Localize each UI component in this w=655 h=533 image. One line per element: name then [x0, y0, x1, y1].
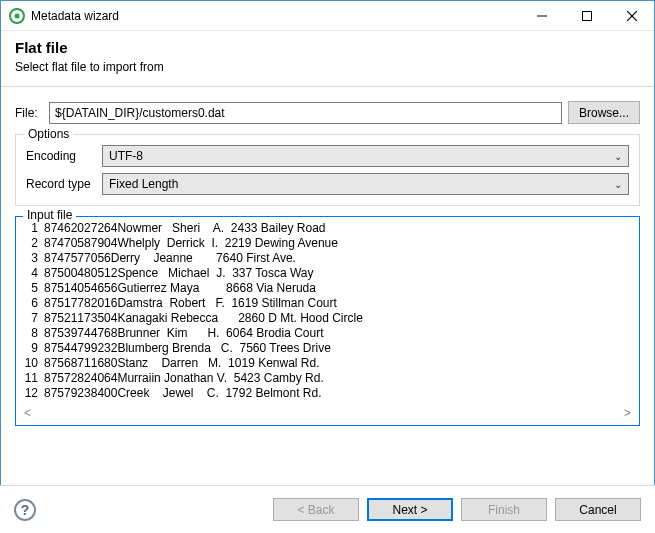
- file-preview: 187462027264Nowmer Sheri A. 2433 Bailey …: [15, 216, 640, 426]
- finish-button[interactable]: Finish: [461, 498, 547, 521]
- line-text: 8747577056Derry Jeanne 7640 First Ave.: [44, 251, 296, 266]
- app-icon: [9, 8, 25, 24]
- wizard-header: Flat file Select flat file to import fro…: [1, 31, 654, 87]
- recordtype-select[interactable]: Fixed Length ⌄: [102, 173, 629, 195]
- horizontal-scrollbar[interactable]: < >: [22, 404, 633, 421]
- page-title: Flat file: [15, 39, 640, 56]
- content-area: File: Browse... Options Encoding UTF-8 ⌄…: [1, 87, 654, 426]
- file-row: File: Browse...: [15, 101, 640, 124]
- preview-line: 1087568711680Stanz Darren M. 1019 Kenwal…: [22, 356, 633, 371]
- chevron-down-icon: ⌄: [614, 179, 622, 190]
- preview-line: 187462027264Nowmer Sheri A. 2433 Bailey …: [22, 221, 633, 236]
- preview-line: 987544799232Blumberg Brenda C. 7560 Tree…: [22, 341, 633, 356]
- line-text: 87539744768Brunner Kim H. 6064 Brodia Co…: [44, 326, 324, 341]
- preview-line: 687517782016Damstra Robert F. 1619 Still…: [22, 296, 633, 311]
- preview-line: 587514054656Gutierrez Maya 8668 Via Neru…: [22, 281, 633, 296]
- line-number: 1: [22, 221, 44, 236]
- options-legend: Options: [24, 127, 73, 141]
- line-text: 87568711680Stanz Darren M. 1019 Kenwal R…: [44, 356, 320, 371]
- line-text: 87462027264Nowmer Sheri A. 2433 Bailey R…: [44, 221, 326, 236]
- inputfile-legend: Input file: [23, 208, 76, 222]
- line-text: 87521173504Kanagaki Rebecca 2860 D Mt. H…: [44, 311, 363, 326]
- preview-line: 1287579238400Creek Jewel C. 1792 Belmont…: [22, 386, 633, 401]
- minimize-button[interactable]: [519, 1, 564, 30]
- preview-line: 1187572824064Murraiin Jonathan V. 5423 C…: [22, 371, 633, 386]
- maximize-button[interactable]: [564, 1, 609, 30]
- line-text: 87517782016Damstra Robert F. 1619 Stillm…: [44, 296, 337, 311]
- close-button[interactable]: [609, 1, 654, 30]
- recordtype-label: Record type: [26, 177, 102, 191]
- preview-line: 38747577056Derry Jeanne 7640 First Ave.: [22, 251, 633, 266]
- next-button[interactable]: Next >: [367, 498, 453, 521]
- preview-line: 787521173504Kanagaki Rebecca 2860 D Mt. …: [22, 311, 633, 326]
- help-icon[interactable]: ?: [14, 499, 36, 521]
- line-number: 8: [22, 326, 44, 341]
- line-text: 87572824064Murraiin Jonathan V. 5423 Cam…: [44, 371, 324, 386]
- line-number: 4: [22, 266, 44, 281]
- browse-button[interactable]: Browse...: [568, 101, 640, 124]
- scroll-left-icon[interactable]: <: [24, 406, 31, 420]
- svg-rect-3: [582, 11, 591, 20]
- line-text: 87544799232Blumberg Brenda C. 7560 Trees…: [44, 341, 331, 356]
- line-number: 12: [22, 386, 44, 401]
- preview-line: 487500480512Spence Michael J. 337 Tosca …: [22, 266, 633, 281]
- line-text: 87500480512Spence Michael J. 337 Tosca W…: [44, 266, 314, 281]
- encoding-value: UTF-8: [109, 149, 143, 163]
- line-text: 87514054656Gutierrez Maya 8668 Via Nerud…: [44, 281, 316, 296]
- inputfile-group: Input file 187462027264Nowmer Sheri A. 2…: [15, 216, 640, 426]
- line-number: 10: [22, 356, 44, 371]
- line-text: 87579238400Creek Jewel C. 1792 Belmont R…: [44, 386, 322, 401]
- scroll-right-icon[interactable]: >: [624, 406, 631, 420]
- cancel-button[interactable]: Cancel: [555, 498, 641, 521]
- encoding-label: Encoding: [26, 149, 102, 163]
- line-number: 3: [22, 251, 44, 266]
- chevron-down-icon: ⌄: [614, 151, 622, 162]
- line-number: 2: [22, 236, 44, 251]
- back-button[interactable]: < Back: [273, 498, 359, 521]
- line-text: 87470587904Whelply Derrick I. 2219 Dewin…: [44, 236, 338, 251]
- recordtype-value: Fixed Length: [109, 177, 178, 191]
- wizard-footer: ? < Back Next > Finish Cancel: [0, 485, 655, 533]
- svg-point-1: [15, 13, 20, 18]
- page-subtitle: Select flat file to import from: [15, 60, 640, 74]
- window-title: Metadata wizard: [31, 9, 519, 23]
- options-group: Options Encoding UTF-8 ⌄ Record type Fix…: [15, 134, 640, 206]
- line-number: 5: [22, 281, 44, 296]
- line-number: 6: [22, 296, 44, 311]
- line-number: 11: [22, 371, 44, 386]
- line-number: 9: [22, 341, 44, 356]
- preview-body[interactable]: 187462027264Nowmer Sheri A. 2433 Bailey …: [22, 221, 633, 404]
- line-number: 7: [22, 311, 44, 326]
- file-input[interactable]: [49, 102, 562, 124]
- preview-line: 887539744768Brunner Kim H. 6064 Brodia C…: [22, 326, 633, 341]
- file-label: File:: [15, 106, 43, 120]
- titlebar: Metadata wizard: [1, 1, 654, 31]
- encoding-select[interactable]: UTF-8 ⌄: [102, 145, 629, 167]
- preview-line: 287470587904Whelply Derrick I. 2219 Dewi…: [22, 236, 633, 251]
